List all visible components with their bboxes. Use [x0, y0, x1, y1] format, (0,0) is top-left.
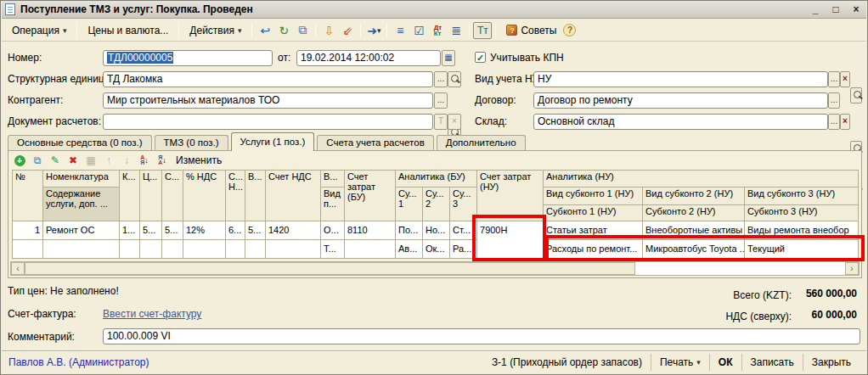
help-icon[interactable]: ? [563, 24, 576, 36]
actions-button[interactable]: Действия ▾ [183, 21, 248, 40]
cell-empty[interactable] [120, 240, 140, 259]
col-header-v2[interactable]: В... [321, 171, 345, 188]
cell-sub2-line2[interactable]: Микроавтобус Toyota ... [643, 240, 745, 259]
cell-sub3-line1[interactable]: Виды ремонта внеобор [745, 221, 859, 240]
cell-su2-line2[interactable]: Ок... [423, 240, 450, 259]
ok-button[interactable]: ОК [709, 354, 741, 371]
close-form-button[interactable]: Закрыть [803, 354, 860, 371]
cell-su2-line1[interactable]: Но... [423, 221, 450, 240]
col-header-content[interactable]: Содержание услуги, доп. ... [43, 188, 120, 221]
type-select-button[interactable]: Т [434, 114, 448, 130]
cell-vat[interactable]: 12% [183, 221, 226, 240]
col-header-nomenclature[interactable]: Номенклатура [43, 171, 120, 188]
tab-additional[interactable]: Дополнительно [437, 135, 526, 151]
col-header-sub1[interactable]: Субконто 1 (НУ) [544, 205, 643, 221]
sort-desc-icon[interactable]: ЯА ↓ [155, 153, 170, 168]
cell-sub3-line2[interactable]: Текущий [745, 240, 859, 259]
cell-vid-line2[interactable]: Т... [321, 240, 345, 259]
cell-empty[interactable] [140, 240, 162, 259]
prices-currency-button[interactable]: Цены и валюта... [81, 21, 175, 40]
col-header-su1[interactable]: Су... 1 [396, 188, 423, 221]
col-header-cost-bu[interactable]: Счет затрат (БУ) [345, 171, 396, 221]
copy-document-icon[interactable]: ⧉ [293, 22, 312, 39]
report-icon[interactable]: ≣ [447, 22, 465, 39]
tab-settlement-accounts[interactable]: Счета учета расчетов [317, 135, 433, 151]
kpn-checkbox[interactable]: ✓ [475, 52, 486, 63]
select-ellipsis-button[interactable]: ... [828, 71, 840, 87]
enter-invoice-link[interactable]: Ввести счет-фактуру [103, 306, 201, 322]
clear-button[interactable]: × [840, 114, 850, 130]
col-header-vid-sub2[interactable]: Вид субконто 2 (НУ) [643, 188, 745, 205]
horizontal-scrollbar[interactable]: ‹ › [10, 261, 860, 276]
edit-button[interactable]: Изменить [176, 154, 222, 166]
scroll-left-icon[interactable]: ‹ [11, 262, 25, 275]
cell-sn[interactable]: 6... [226, 221, 245, 240]
cell-v[interactable]: 5... [245, 221, 266, 240]
select-ellipsis-button[interactable]: ... [828, 92, 840, 109]
print-button[interactable]: Печать ▾ [651, 354, 709, 371]
counterparty-input[interactable]: Мир строительных материалов ТОО [103, 92, 433, 109]
cell-vid-line1[interactable]: О... [321, 221, 345, 240]
sort-asc-icon[interactable]: АЯ ↓ [137, 153, 152, 168]
tab-tmz[interactable]: ТМЗ (0 поз.) [155, 135, 228, 151]
edit-row-icon[interactable]: ✎ [48, 153, 63, 168]
clear-button[interactable]: × [840, 71, 850, 87]
postings-dtkt-icon[interactable]: Дт Кт [428, 22, 447, 39]
move-down-icon[interactable]: ↓ [119, 153, 134, 168]
scroll-right-icon[interactable]: › [845, 262, 859, 275]
cell-nomenclature[interactable]: Ремонт ОС [43, 221, 120, 240]
date-input[interactable]: 19.02.2014 12:00:02 [296, 50, 441, 66]
cell-ts[interactable]: 5... [140, 221, 162, 240]
cell-empty[interactable] [226, 240, 245, 259]
structural-unit-input[interactable]: ТД Лакомка [103, 71, 433, 87]
cell-empty[interactable] [162, 240, 183, 259]
cell-content-selected[interactable]: Ремонт ОС [43, 240, 120, 259]
cell-su1-line2[interactable]: Ав... [396, 240, 423, 259]
cell-su1-line1[interactable]: По... [396, 221, 423, 240]
maximize-button[interactable]: □ [829, 3, 843, 15]
col-header-sub3[interactable]: Субконто 3 (НУ) [745, 205, 859, 221]
reread-icon[interactable]: ↩ [256, 22, 274, 39]
settlement-doc-input[interactable] [103, 114, 433, 130]
col-header-vat-account[interactable]: Счет НДС [266, 171, 321, 221]
tab-fixed-assets[interactable]: Основные средства (0 поз.) [8, 135, 152, 151]
select-ellipsis-button[interactable]: ... [828, 114, 840, 130]
cell-empty[interactable] [13, 240, 43, 259]
delete-row-icon[interactable]: ✖ [65, 153, 81, 168]
checklist-icon[interactable]: ☑ [409, 22, 428, 39]
close-button[interactable]: × [849, 3, 863, 15]
nu-kind-input[interactable]: НУ [533, 71, 828, 87]
col-header-su3[interactable]: Су... 3 [450, 188, 477, 221]
cell-num[interactable]: 1 [13, 221, 43, 240]
select-ellipsis-button[interactable]: ... [434, 92, 448, 109]
cell-empty[interactable] [266, 240, 321, 259]
cell-s[interactable]: 5... [162, 221, 183, 240]
contract-input[interactable]: Договор по ремонту [533, 92, 828, 109]
number-input[interactable]: ТДЛ00000005 [103, 50, 273, 66]
copy-row-icon[interactable]: ⧉ [30, 153, 45, 168]
structure-icon[interactable]: ≡ [391, 22, 409, 39]
col-header-cost-nu[interactable]: Счет затрат (НУ) [477, 171, 544, 221]
cell-su3-line1[interactable]: Ст... [450, 221, 477, 240]
warehouse-input[interactable]: Основной склад [533, 114, 828, 130]
cell-cost-nu[interactable]: 7900Н [477, 221, 544, 259]
add-row-icon[interactable]: + [12, 153, 27, 168]
col-header-k[interactable]: К... [120, 171, 140, 221]
fill-in-icon[interactable]: ⇩ [319, 22, 338, 39]
open-lens-button[interactable] [448, 71, 461, 87]
col-header-vid-sub1[interactable]: Вид субконто 1 (НУ) [544, 188, 643, 205]
col-header-v[interactable]: В... [245, 171, 266, 221]
cell-empty[interactable] [245, 240, 266, 259]
cell-su3-line2[interactable]: Ра... [450, 240, 477, 259]
cell-cost-bu[interactable]: 8110 [345, 221, 396, 240]
col-header-analytics-bu[interactable]: Аналитика (БУ) [396, 171, 477, 188]
col-header-sub2[interactable]: Субконто 2 (НУ) [643, 205, 745, 221]
col-header-num[interactable]: № [13, 171, 43, 221]
print-form-button[interactable]: З-1 (Приходный ордер запасов) [483, 354, 651, 371]
select-ellipsis-button[interactable]: ... [434, 71, 448, 87]
tab-services[interactable]: Услуги (1 поз.) [231, 132, 315, 151]
calendar-grid-button[interactable]: ▦ [442, 50, 455, 66]
cell-sub1-line2[interactable]: Расходы по ремонт... [544, 240, 643, 259]
minimize-button[interactable]: _ [809, 3, 822, 15]
advice-button[interactable]: ? Советы [499, 21, 563, 40]
